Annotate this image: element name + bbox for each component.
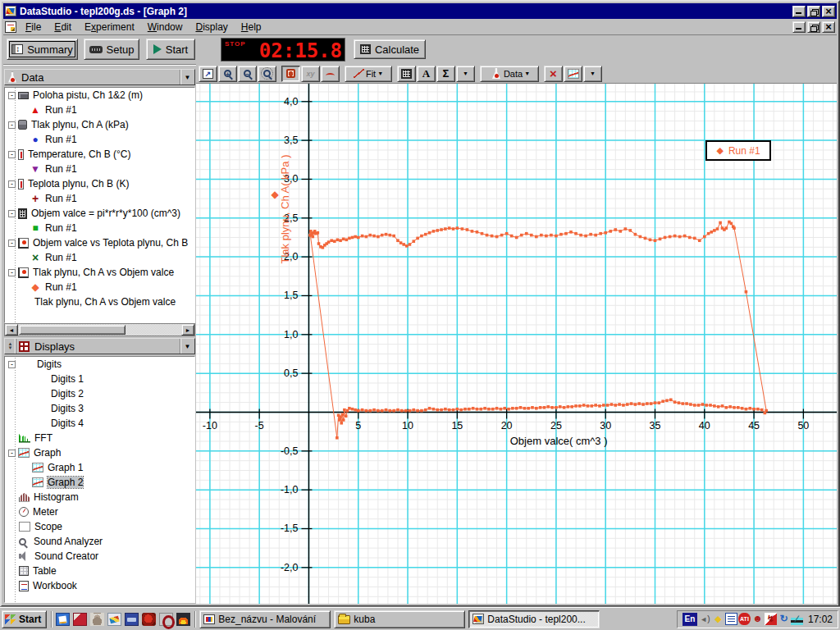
display-item-table[interactable]: Table (5, 564, 194, 578)
display-item-sound-analyzer[interactable]: Sound Analyzer (5, 534, 194, 549)
data-run-item[interactable]: ×Run #1 (5, 250, 194, 265)
legend[interactable]: ◆ Run #1 (705, 140, 771, 161)
winamp-quicklaunch-icon[interactable] (176, 613, 190, 626)
scroll-left-arrow[interactable]: ◄ (5, 324, 18, 336)
agent-tray-icon[interactable] (751, 613, 764, 625)
y-axis-label[interactable]: Tlak plynu, Ch A( kPa ) (279, 111, 291, 308)
data-item-1[interactable]: -Tlak plynu, Ch A (kPa) (5, 117, 194, 132)
expander-icon[interactable]: - (8, 240, 16, 247)
language-indicator[interactable]: En (682, 613, 697, 626)
media-quicklaunch-icon[interactable] (125, 613, 139, 626)
display-item-graph[interactable]: -Graph (5, 445, 194, 460)
task-button-datastudio[interactable]: DataStudio - tepl200... (468, 610, 600, 628)
display-item-fft[interactable]: FFT (5, 431, 194, 445)
tablet-tray-icon[interactable] (791, 613, 803, 625)
document-icon[interactable] (5, 21, 16, 33)
task-button-paint[interactable]: Bez_názvu - Malování (199, 610, 331, 628)
title-bar[interactable]: DataStudio - tepl200g.ds - [Graph 2] (3, 3, 837, 19)
displays-panel-header[interactable]: ▲▼ Displays ▼ (4, 338, 195, 354)
zoom-select-button[interactable] (258, 66, 276, 82)
start-button[interactable]: Start (146, 39, 195, 60)
graph-window-close-button[interactable] (822, 21, 835, 33)
display-item-graph-2[interactable]: Graph 2 (5, 475, 194, 490)
data-run-item[interactable]: ▲Run #1 (5, 103, 194, 117)
data-run-item[interactable]: ◆Run #1 (5, 280, 194, 294)
window-minimize-button[interactable] (792, 6, 806, 17)
data-item-5[interactable]: -Objem valce vs Teplota plynu, Ch B (5, 235, 194, 250)
menu-edit[interactable]: Edit (48, 20, 77, 34)
panel-spinner[interactable]: ▲▼ (5, 339, 16, 354)
display-item-scope[interactable]: Scope (5, 519, 194, 534)
wordpad-quicklaunch-icon[interactable] (56, 613, 70, 626)
scroll-right-arrow[interactable]: ► (181, 324, 194, 336)
display-item-digits-4[interactable]: Digits 4 (5, 416, 194, 431)
sync-tray-icon[interactable] (778, 613, 790, 625)
expander-icon[interactable]: - (8, 450, 16, 457)
expander-icon[interactable]: - (8, 151, 16, 158)
diamond-tray-icon[interactable] (712, 613, 724, 625)
lightning-tray-icon[interactable] (765, 613, 777, 625)
irfanview-quicklaunch-icon[interactable] (142, 613, 156, 626)
text-note-button[interactable]: A (417, 66, 436, 82)
displays-panel-dropdown[interactable]: ▼ (180, 339, 194, 354)
expander-icon[interactable]: - (8, 269, 16, 276)
data-item-0[interactable]: -Poloha pistu, Ch 1&2 (m) (5, 88, 194, 103)
data-panel-header[interactable]: Data ▼ (4, 69, 195, 85)
data-menu-button[interactable]: Data▼ (480, 66, 539, 82)
smart-tool-button[interactable] (281, 66, 300, 82)
display-item-digits-3[interactable]: Digits 3 (5, 401, 194, 416)
expander-icon[interactable]: - (8, 361, 16, 368)
display-item-sound-creator[interactable]: Sound Creator (5, 549, 194, 564)
fit-menu-button[interactable]: Fit▼ (345, 66, 392, 82)
data-run-item[interactable]: ▼Run #1 (5, 162, 194, 176)
data-item-3[interactable]: -Teplota plynu, Ch B (K) (5, 176, 194, 191)
data-run-item[interactable]: ●Run #1 (5, 132, 194, 147)
hat-quicklaunch-icon[interactable] (90, 613, 104, 626)
graph-settings-button[interactable] (564, 66, 582, 82)
expander-icon[interactable]: - (8, 180, 16, 188)
window-close-button[interactable] (822, 6, 835, 17)
display-item-digits[interactable]: -Digits (5, 357, 194, 372)
expander-icon[interactable]: - (8, 121, 16, 129)
data-tree-hscrollbar[interactable]: ◄ ► (4, 323, 195, 336)
data-panel-dropdown[interactable]: ▼ (180, 70, 194, 84)
expander-icon[interactable]: - (8, 210, 16, 217)
volume-tray-icon[interactable] (699, 613, 711, 625)
delete-button[interactable]: × (544, 66, 563, 82)
display-item-workbook[interactable]: Workbook (5, 578, 194, 593)
plot-area[interactable]: 4,03,53,02,52,01,51,00,5-0,5-1,0-1,5-2,0… (196, 84, 837, 604)
task-button-folder[interactable]: kuba (334, 610, 465, 628)
window-restore-button[interactable] (807, 6, 820, 17)
ati-tray-icon[interactable] (738, 613, 751, 625)
graph-settings-menu-button[interactable]: ▼ (583, 66, 602, 82)
data-item-2[interactable]: -Temperature, Ch B (°C) (5, 147, 194, 162)
expander-icon[interactable]: - (8, 92, 16, 99)
menu-help[interactable]: Help (235, 20, 267, 34)
menu-experiment[interactable]: Experiment (79, 20, 140, 34)
summary-button[interactable]: Summary (7, 39, 78, 60)
display-item-meter[interactable]: Meter (5, 504, 194, 519)
slope-tool-button[interactable]: xy (301, 66, 320, 82)
display-item-histogram[interactable]: Histogram (5, 490, 194, 504)
menu-file[interactable]: File (20, 20, 47, 34)
display-item-digits-1[interactable]: Digits 1 (5, 372, 194, 386)
calculate-button[interactable]: Calculate (354, 39, 426, 59)
menu-display[interactable]: Display (189, 20, 233, 34)
curve-note-button[interactable] (321, 66, 340, 82)
zoom-out-button[interactable]: − (238, 66, 257, 82)
data-item-4[interactable]: -Objem valce = pi*r*r*y*100 (cm^3) (5, 206, 194, 221)
graph-window-restore-button[interactable] (807, 21, 820, 33)
data-run-item[interactable]: +Run #1 (5, 191, 194, 206)
calculator-button[interactable] (397, 66, 416, 82)
graph-window-minimize-button[interactable] (792, 21, 806, 33)
scheduler-tray-icon[interactable] (725, 613, 737, 625)
opera-quicklaunch-icon[interactable] (159, 613, 173, 626)
scroll-thumb[interactable] (19, 325, 126, 335)
data-run-item[interactable]: ■Run #1 (5, 221, 194, 235)
display-item-digits-2[interactable]: Digits 2 (5, 386, 194, 401)
statistics-button[interactable]: Σ (436, 66, 455, 82)
display-item-graph-1[interactable]: Graph 1 (5, 460, 194, 475)
statistics-menu-button[interactable]: ▼ (456, 66, 475, 82)
data-item-7[interactable]: Tlak plynu, Ch A vs Objem valce (5, 294, 194, 309)
menu-window[interactable]: Window (142, 20, 189, 34)
